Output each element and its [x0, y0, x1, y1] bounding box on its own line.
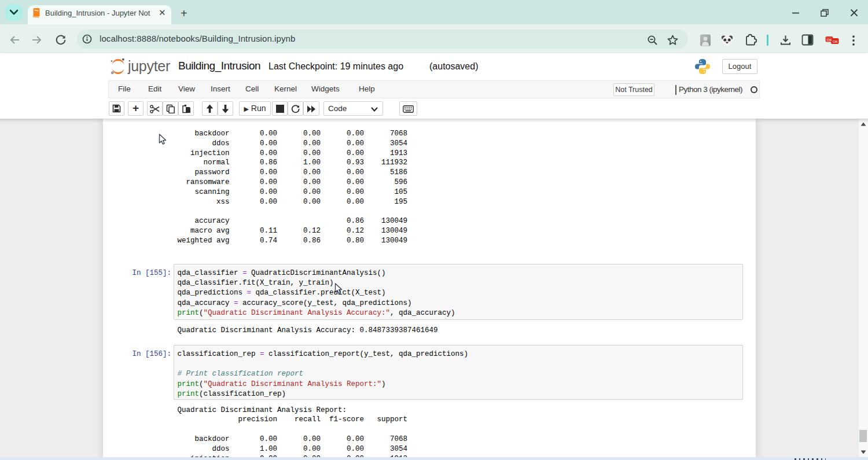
svg-text:OK: OK	[833, 40, 838, 43]
svg-text:OK: OK	[827, 38, 832, 42]
